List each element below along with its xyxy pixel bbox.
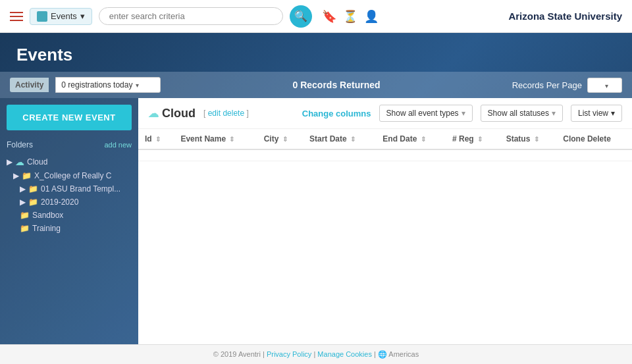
sort-icon-reg: ⇕ bbox=[477, 136, 483, 143]
page-header: Events bbox=[0, 33, 632, 72]
folder-label-xcollege: X_College of Really C bbox=[34, 171, 111, 180]
folder-label-cloud: Cloud bbox=[27, 157, 47, 167]
folder-item-xcollege[interactable]: ▶ 📁 X_College of Really C bbox=[7, 169, 132, 182]
sort-icon-end-date: ⇕ bbox=[421, 136, 426, 143]
col-city[interactable]: City ⇕ bbox=[257, 129, 303, 149]
events-tab-label: Events bbox=[51, 11, 77, 21]
footer-copyright: © 2019 Aventri bbox=[213, 350, 261, 358]
cloud-toolbar-icon: ☁ bbox=[148, 107, 159, 120]
content-area: CREATE NEW EVENT Folders add new ▶ ☁ Clo… bbox=[0, 98, 632, 344]
folder-icon-xcollege: 📁 bbox=[22, 171, 32, 180]
per-page-select[interactable]: 25 ▾ bbox=[587, 78, 622, 93]
statuses-arrow: ▾ bbox=[552, 109, 556, 118]
show-statuses-button[interactable]: Show all statuses ▾ bbox=[481, 105, 563, 122]
folder-tree: ▶ ☁ Cloud ▶ 📁 X_College of Really C ▶ 📁 … bbox=[7, 155, 132, 235]
hamburger-menu[interactable] bbox=[10, 12, 23, 21]
cloud-label: ☁ Cloud bbox=[148, 107, 196, 120]
expand-icon-2019: ▶ bbox=[20, 197, 26, 207]
events-tab[interactable]: Events ▾ bbox=[30, 8, 92, 25]
cloud-icon: ☁ bbox=[15, 157, 24, 167]
expand-icon-asu: ▶ bbox=[20, 184, 26, 194]
folder-label-training: Training bbox=[32, 224, 61, 233]
search-button[interactable]: 🔍 bbox=[290, 5, 312, 28]
folder-label-2019: 2019-2020 bbox=[41, 197, 78, 207]
cloud-toolbar-text: Cloud bbox=[162, 107, 196, 120]
clock-icon[interactable]: ⏳ bbox=[343, 9, 357, 24]
folder-item-sandbox[interactable]: 📁 Sandbox bbox=[7, 209, 132, 222]
events-table: Id ⇕ Event Name ⇕ City ⇕ Start Date ⇕ En bbox=[138, 129, 632, 161]
edit-delete-links: [ edit delete ] bbox=[203, 109, 249, 118]
col-start-date[interactable]: Start Date ⇕ bbox=[303, 129, 376, 149]
table-toolbar: ☁ Cloud [ edit delete ] Change columns S… bbox=[138, 98, 632, 129]
col-id[interactable]: Id ⇕ bbox=[138, 129, 174, 149]
expand-icon-xcollege: ▶ bbox=[13, 171, 19, 180]
events-tab-icon bbox=[37, 11, 47, 22]
table-header-row: Id ⇕ Event Name ⇕ City ⇕ Start Date ⇕ En bbox=[138, 129, 632, 149]
activity-label: Activity bbox=[10, 78, 49, 92]
org-name: Arizona State University bbox=[508, 11, 622, 22]
view-label: List view bbox=[578, 109, 608, 118]
empty-state bbox=[138, 149, 632, 161]
show-event-types-label: Show all event types bbox=[386, 109, 459, 118]
sidebar: CREATE NEW EVENT Folders add new ▶ ☁ Clo… bbox=[0, 98, 138, 344]
per-page-arrow: ▾ bbox=[605, 82, 608, 90]
event-types-arrow: ▾ bbox=[461, 109, 465, 118]
edit-link[interactable]: edit bbox=[208, 109, 221, 118]
sort-icon-status: ⇕ bbox=[534, 136, 539, 143]
folder-item-asu-brand[interactable]: ▶ 📁 01 ASU Brand Templ... bbox=[7, 182, 132, 195]
footer: © 2019 Aventri | Privacy Policy | Manage… bbox=[0, 344, 632, 364]
footer-cookies-link[interactable]: Manage Cookies bbox=[317, 350, 372, 358]
col-clone-delete: Clone Delete bbox=[556, 129, 632, 149]
table-area: ☁ Cloud [ edit delete ] Change columns S… bbox=[138, 98, 632, 344]
main-area: Events Activity 0 registrations today ▾ … bbox=[0, 33, 632, 364]
folder-label-asu: 01 ASU Brand Templ... bbox=[41, 184, 120, 194]
bookmark-icon[interactable]: 🔖 bbox=[322, 9, 336, 24]
nav-icons: 🔖 ⏳ 👤 bbox=[322, 9, 379, 24]
table-empty-row bbox=[138, 149, 632, 161]
folder-item-2019[interactable]: ▶ 📁 2019-2020 bbox=[7, 195, 132, 209]
profile-icon[interactable]: 👤 bbox=[364, 9, 379, 24]
per-page-value: 25 bbox=[593, 80, 602, 90]
folder-icon-2019: 📁 bbox=[28, 197, 38, 207]
footer-privacy-link[interactable]: Privacy Policy bbox=[267, 350, 311, 358]
folder-label-sandbox: Sandbox bbox=[32, 211, 63, 220]
footer-region: Americas bbox=[388, 350, 419, 358]
folders-label: Folders bbox=[7, 140, 33, 149]
records-per-page-label: Records Per Page bbox=[512, 80, 582, 90]
show-statuses-label: Show all statuses bbox=[488, 109, 549, 118]
folders-header: Folders add new bbox=[7, 140, 132, 149]
col-end-date[interactable]: End Date ⇕ bbox=[376, 129, 446, 149]
col-status[interactable]: Status ⇕ bbox=[500, 129, 557, 149]
activity-select[interactable]: 0 registrations today ▾ bbox=[55, 77, 161, 93]
create-new-event-button[interactable]: CREATE NEW EVENT bbox=[7, 105, 132, 130]
change-columns-button[interactable]: Change columns bbox=[302, 109, 371, 118]
sort-icon-id: ⇕ bbox=[155, 136, 161, 143]
sort-icon-event-name: ⇕ bbox=[229, 136, 234, 143]
table-header: Id ⇕ Event Name ⇕ City ⇕ Start Date ⇕ En bbox=[138, 129, 632, 149]
records-count: 0 Records Returned bbox=[167, 80, 505, 90]
page-title: Events bbox=[16, 45, 616, 65]
events-tab-chevron: ▾ bbox=[80, 11, 85, 21]
show-event-types-button[interactable]: Show all event types ▾ bbox=[379, 105, 473, 122]
filter-bar: Activity 0 registrations today ▾ 0 Recor… bbox=[0, 72, 632, 98]
folder-icon-sandbox: 📁 bbox=[20, 211, 30, 220]
expand-icon-cloud: ▶ bbox=[7, 157, 13, 167]
view-arrow: ▾ bbox=[611, 109, 615, 118]
search-input[interactable] bbox=[99, 7, 283, 25]
folder-icon-training: 📁 bbox=[20, 224, 30, 233]
table-body bbox=[138, 149, 632, 161]
add-new-link[interactable]: add new bbox=[104, 141, 132, 149]
top-nav: Events ▾ 🔍 🔖 ⏳ 👤 Arizona State Universit… bbox=[0, 0, 632, 33]
col-reg[interactable]: # Reg ⇕ bbox=[446, 129, 500, 149]
view-select-button[interactable]: List view ▾ bbox=[571, 105, 622, 122]
activity-dropdown-arrow: ▾ bbox=[136, 82, 139, 89]
search-icon: 🔍 bbox=[294, 10, 307, 22]
folder-item-cloud[interactable]: ▶ ☁ Cloud bbox=[7, 155, 132, 169]
folder-item-training[interactable]: 📁 Training bbox=[7, 222, 132, 235]
sort-icon-city: ⇕ bbox=[282, 136, 288, 143]
footer-globe-icon: 🌐 bbox=[378, 350, 387, 358]
records-per-page: Records Per Page 25 ▾ bbox=[512, 78, 622, 93]
delete-link[interactable]: delete bbox=[223, 109, 244, 118]
sort-icon-start-date: ⇕ bbox=[350, 136, 356, 143]
col-event-name[interactable]: Event Name ⇕ bbox=[174, 129, 257, 149]
